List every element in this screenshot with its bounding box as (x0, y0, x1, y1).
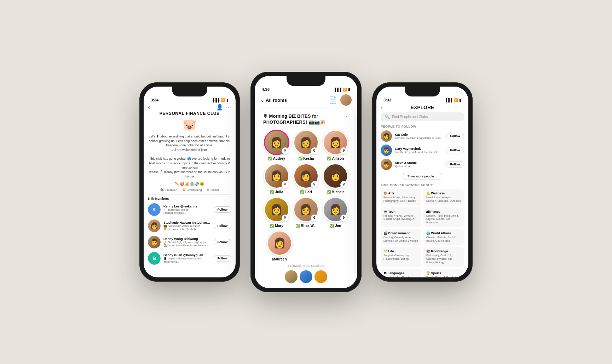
speaker-name-kesha: ✅ Kesha (298, 157, 314, 160)
conv-knowledge[interactable]: 📚 Knowledge Philosophy, Covid-19, Scienc… (423, 247, 464, 266)
phone-center-screen: 4:36 ▐▐▐ 🛜 ▮ ⌄ All rooms 📄 (255, 76, 357, 288)
person-name-gary: Gary Vaynerchuk (395, 147, 444, 151)
conv-world-affairs[interactable]: 🌍 World Affairs Climate, Markets, Social… (423, 229, 464, 245)
person-name-steve: Steve J Stoute (395, 161, 444, 165)
member-info-2: Stephanie Hassan @stephaniehass... 💼 | a… (163, 221, 211, 231)
follow-btn-gary[interactable]: Follow (446, 147, 464, 153)
all-rooms-btn[interactable]: ⌄ All rooms (260, 98, 287, 103)
tag-dot: · (179, 188, 180, 192)
speaker-audrey: 👩 🎙 ✅ Audrey (263, 130, 290, 160)
user-avatar-center[interactable] (340, 94, 352, 106)
header-right: 📄 (329, 94, 352, 106)
maureen-row: 👩 Maureen (263, 230, 349, 261)
conv-wellness-title: 💪 Wellness (426, 192, 461, 195)
center-header: ⌄ All rooms 📄 (255, 93, 357, 108)
speaker-name-maureen: Maureen (272, 257, 287, 261)
person-bio-gary: I really like people and the NY Jets ...… (395, 151, 444, 154)
speaker-mic-julia: 🎙 (282, 181, 289, 188)
phone-left-screen: 3:34 ▐▐▐ 🛜 ▮ ‹ 👤 ··· PERSONAL FINANCE CL… (144, 87, 236, 277)
club-description: Let's 🗣 about everything that should be,… (148, 134, 231, 179)
audience-avatar-2 (300, 270, 312, 283)
signal-icon: ▐▐▐ (212, 98, 219, 102)
speaker-avatar-wrap-kesha: 👩 🎙 (293, 130, 319, 155)
conv-knowledge-title: 📚 Knowledge (426, 249, 461, 253)
speaker-lori: 👩 🎙 ✅ Lori (293, 163, 319, 194)
speaker-michele: 👩 🎙 ✅ Michele (322, 163, 349, 194)
person-bio-steve: @stevestoute (395, 165, 444, 168)
person-bio-kat: Advisor, Investor, Leadership & Brand Sh… (395, 136, 444, 140)
tag-dot2: · (204, 188, 204, 192)
conv-languages[interactable]: 🗣 Languages French, Arabic, Russian, Jap… (381, 269, 421, 278)
phone-center: 4:36 ▐▐▐ 🛜 ▮ ⌄ All rooms 📄 (250, 72, 362, 292)
conv-places-title: 🏙 Places (426, 210, 461, 213)
member-info-1: Kenny Lee @leekenny ✓ | materials @nike … (163, 205, 211, 215)
time-center: 4:36 (262, 87, 270, 92)
club-content: PERSONAL FINANCE CLUB 🐷 Let's 🗣 about ev… (144, 111, 236, 265)
member-bio-1a: ✓ | materials @nike (163, 208, 211, 211)
wifi-icon-c: 🛜 (342, 88, 347, 92)
speaker-avatar-wrap-michele: 👩 🎙 (323, 163, 348, 189)
person-steve: 👨 Steve J Stoute @stevestoute Follow (381, 159, 464, 170)
follow-btn-3[interactable]: Follow (214, 239, 232, 245)
chevron-icon: ⌄ (260, 98, 264, 103)
show-more-btn[interactable]: Show more people ⌄ (403, 173, 442, 180)
conv-places[interactable]: 🏙 Places London, Paris, India, Africa, N… (423, 207, 464, 227)
status-icons-right: ▐▐▐ 🛜 ▮ (445, 98, 461, 102)
people-section-label: PEOPLE TO FOLLOW (381, 125, 464, 128)
back-btn-left[interactable]: ‹ (148, 104, 150, 111)
conv-knowledge-desc: Philosophy, Covid-19, Science, Physics, … (426, 254, 461, 264)
profile-icon[interactable]: 👤 (216, 104, 223, 111)
members-count: 5.4k Members (148, 197, 231, 200)
status-icons-left: ▐▐▐ 🛜 ▮ (212, 98, 229, 102)
follow-btn-2[interactable]: Follow (214, 223, 232, 229)
emoji-bar: ✏️🎯💰🏦💸😄 (148, 182, 231, 186)
tag-stocks: 🗑 Stocks (207, 188, 219, 192)
member-row-2: 👩 Stephanie Hassan @stephaniehass... 💼 |… (148, 219, 231, 232)
person-kat-cole: 👩 Kat Cole Advisor, Investor, Leadership… (381, 130, 464, 142)
speaker-name-audrey: ✅ Audrey (268, 157, 285, 160)
speaker-mic-rhea: 🎙 (311, 215, 318, 222)
conv-sports[interactable]: 🏆 Sports Tennis, Football, Baseball, For… (423, 269, 464, 278)
member-avatar-2: 👩 (148, 219, 161, 232)
speaker-mic-lori: 🎙 (311, 181, 318, 188)
conv-languages-desc: French, Arabic, Russian, Japanese, Germa… (383, 276, 418, 278)
speaker-mic-jen: 🎙 (340, 215, 347, 222)
show-more-wrap: Show more people ⌄ (381, 173, 464, 180)
more-icon[interactable]: ··· (226, 105, 231, 110)
speaker-avatar-wrap-audrey: 👩 🎙 (264, 130, 289, 155)
signal-icon-r: ▐▐▐ (445, 98, 452, 102)
speaker-mic-kesha: 🎙 (311, 147, 318, 154)
speaker-allison: 👩 🎙 ✅ Allison (322, 130, 349, 160)
club-title: PERSONAL FINANCE CLUB (148, 111, 231, 116)
notch-left (172, 87, 207, 96)
notch-center (287, 76, 325, 86)
member-info-3: Danny Wong @ldwong 🙏 Grateful 🙏 all prai… (163, 237, 211, 247)
conv-entertainment[interactable]: 🎬 Entertainment Gaming, Comedy, Advice, … (381, 229, 421, 245)
conv-arts-desc: Beauty, Books, Advertising, Photography,… (383, 196, 418, 203)
room-more-icon[interactable]: ··· (344, 113, 349, 120)
speaker-maureen: 👩 Maureen (267, 230, 292, 261)
conv-world-affairs-title: 🌍 World Affairs (426, 231, 461, 235)
member-bio-4a: 📱 digital media/programmatic (163, 257, 211, 260)
conv-life[interactable]: 🌱 Life Support, Grownuping, Relationship… (381, 247, 421, 266)
conv-tech[interactable]: 💻 Tech Product, VR/AR, Venture Capital, … (381, 207, 421, 227)
back-btn-right[interactable]: ‹ (381, 104, 389, 111)
wifi-icon: 🛜 (221, 98, 225, 102)
speaker-name-mary: ✅ Mary (270, 224, 283, 228)
speaker-avatar-wrap-rhea: 👩 🎙 (293, 197, 319, 222)
conv-wellness[interactable]: 💪 Wellness Mindfulness, Weights, Nutriti… (423, 189, 464, 205)
conv-arts[interactable]: 🎨 Arts Beauty, Books, Advertising, Photo… (381, 189, 421, 205)
time-left: 3:34 (151, 98, 158, 102)
member-bio-2b: 🤝 | creator of btt @pdx.btt... (163, 228, 211, 231)
speaker-avatar-wrap-allison: 👩 🎙 (323, 130, 348, 155)
wifi-icon-r: 🛜 (454, 98, 458, 102)
search-bar[interactable]: 🔍 Find People and Clubs (381, 112, 464, 121)
follow-btn-kat[interactable]: Follow (446, 133, 464, 139)
doc-icon[interactable]: 📄 (329, 96, 337, 104)
club-icon: 🐷 (148, 118, 231, 131)
follow-btn-4[interactable]: Follow (214, 255, 232, 262)
follow-btn-1[interactable]: Follow (214, 206, 232, 213)
follow-btn-steve[interactable]: Follow (446, 161, 464, 168)
member-row-4: B Benny Guan @bennyguan 📱 digital media/… (148, 252, 231, 265)
member-bio-3a: 🙏 Grateful 🙏 all praises/glory to God! (163, 241, 211, 244)
